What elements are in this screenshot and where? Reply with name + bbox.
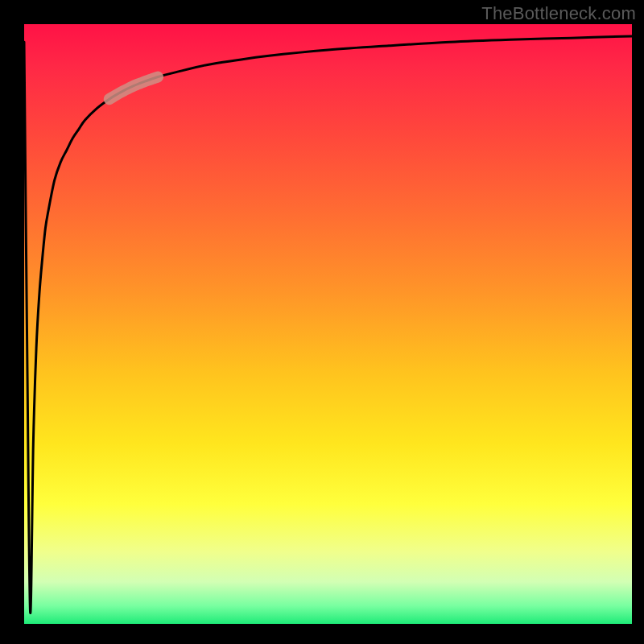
watermark-text: TheBottleneck.com — [481, 3, 636, 24]
curve-highlight-segment — [109, 77, 158, 100]
chart-curve-svg — [24, 24, 632, 624]
chart-frame: TheBottleneck.com — [0, 0, 644, 644]
curve-path — [24, 36, 632, 613]
